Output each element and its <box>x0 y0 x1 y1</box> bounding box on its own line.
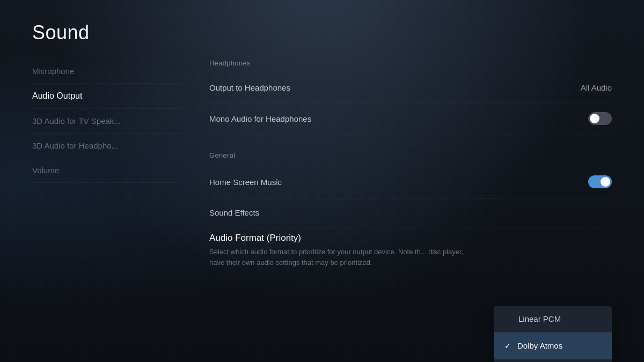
sidebar-item-3d-audio-tv[interactable]: 3D Audio for TV Speak... <box>32 109 182 134</box>
dropdown-item-dolby-atmos[interactable]: ✓ Dolby Atmos <box>494 333 612 359</box>
sidebar-item-volume[interactable]: Volume <box>32 158 182 183</box>
audio-format-title: Audio Format (Priority) <box>209 233 612 243</box>
home-screen-music-toggle[interactable] <box>588 175 612 188</box>
audio-format-desc: Select which audio format to prioritize … <box>209 247 478 268</box>
sound-effects-label: Sound Effects <box>209 208 259 217</box>
sidebar-item-3d-audio-headphones[interactable]: 3D Audio for Headpho... <box>32 134 182 158</box>
audio-format-section: Audio Format (Priority) Select which aud… <box>209 233 612 268</box>
home-screen-music-row[interactable]: Home Screen Music <box>209 166 612 198</box>
page-title: Sound <box>32 21 90 44</box>
general-section-label: General <box>209 151 612 159</box>
output-to-headphones-label: Output to Headphones <box>209 83 290 92</box>
sidebar-item-microphone[interactable]: Microphone <box>32 59 182 84</box>
check-icon: ✓ <box>504 342 511 350</box>
sound-effects-row[interactable]: Sound Effects <box>209 198 612 227</box>
home-screen-music-label: Home Screen Music <box>209 178 282 187</box>
main-content: Headphones Output to Headphones All Audi… <box>209 59 612 268</box>
general-section: General Home Screen Music Sound Effects <box>209 151 612 227</box>
audio-format-dropdown: Linear PCM ✓ Dolby Atmos Dolby Audio DTS <box>494 306 612 362</box>
mono-audio-row[interactable]: Mono Audio for Headphones <box>209 102 612 135</box>
dropdown-item-linear-pcm[interactable]: Linear PCM <box>494 306 612 333</box>
headphones-section-label: Headphones <box>209 59 612 67</box>
mono-audio-toggle[interactable] <box>588 112 612 125</box>
sidebar-item-audio-output[interactable]: Audio Output <box>32 84 182 109</box>
page-content: Sound Microphone Audio Output 3D Audio f… <box>0 0 644 362</box>
mono-audio-label: Mono Audio for Headphones <box>209 114 311 123</box>
output-to-headphones-value: All Audio <box>581 83 612 92</box>
sidebar: Microphone Audio Output 3D Audio for TV … <box>32 59 182 183</box>
headphones-section: Headphones Output to Headphones All Audi… <box>209 59 612 135</box>
output-to-headphones-row[interactable]: Output to Headphones All Audio <box>209 73 612 102</box>
dropdown-item-dolby-audio[interactable]: Dolby Audio <box>494 359 612 362</box>
